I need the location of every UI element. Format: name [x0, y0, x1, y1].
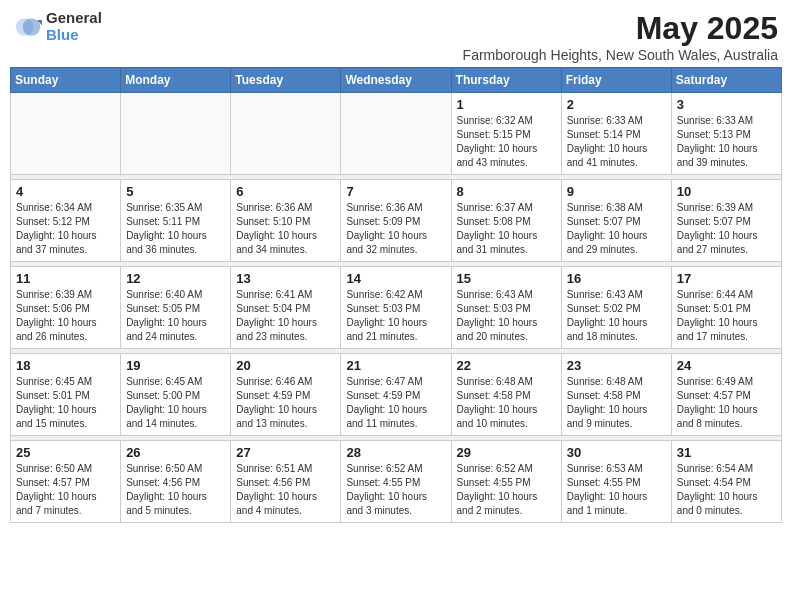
day-number: 14: [346, 271, 445, 286]
calendar-week-row: 1Sunrise: 6:32 AM Sunset: 5:15 PM Daylig…: [11, 93, 782, 175]
logo-icon: [14, 13, 42, 41]
day-number: 25: [16, 445, 115, 460]
day-number: 3: [677, 97, 776, 112]
day-info: Sunrise: 6:41 AM Sunset: 5:04 PM Dayligh…: [236, 288, 335, 344]
day-info: Sunrise: 6:46 AM Sunset: 4:59 PM Dayligh…: [236, 375, 335, 431]
weekday-header-saturday: Saturday: [671, 68, 781, 93]
day-info: Sunrise: 6:45 AM Sunset: 5:01 PM Dayligh…: [16, 375, 115, 431]
calendar-week-row: 25Sunrise: 6:50 AM Sunset: 4:57 PM Dayli…: [11, 441, 782, 523]
day-number: 19: [126, 358, 225, 373]
weekday-header-friday: Friday: [561, 68, 671, 93]
page-header: General Blue May 2025 Farmborough Height…: [10, 10, 782, 63]
calendar-cell: 20Sunrise: 6:46 AM Sunset: 4:59 PM Dayli…: [231, 354, 341, 436]
calendar-cell: 31Sunrise: 6:54 AM Sunset: 4:54 PM Dayli…: [671, 441, 781, 523]
calendar-cell: [231, 93, 341, 175]
calendar-cell: 3Sunrise: 6:33 AM Sunset: 5:13 PM Daylig…: [671, 93, 781, 175]
day-number: 9: [567, 184, 666, 199]
calendar-cell: 14Sunrise: 6:42 AM Sunset: 5:03 PM Dayli…: [341, 267, 451, 349]
day-number: 24: [677, 358, 776, 373]
calendar-cell: 27Sunrise: 6:51 AM Sunset: 4:56 PM Dayli…: [231, 441, 341, 523]
day-number: 28: [346, 445, 445, 460]
calendar-cell: 30Sunrise: 6:53 AM Sunset: 4:55 PM Dayli…: [561, 441, 671, 523]
calendar-cell: [11, 93, 121, 175]
day-info: Sunrise: 6:36 AM Sunset: 5:09 PM Dayligh…: [346, 201, 445, 257]
logo-general-label: General: [46, 10, 102, 27]
weekday-header-monday: Monday: [121, 68, 231, 93]
day-info: Sunrise: 6:37 AM Sunset: 5:08 PM Dayligh…: [457, 201, 556, 257]
day-info: Sunrise: 6:42 AM Sunset: 5:03 PM Dayligh…: [346, 288, 445, 344]
calendar-week-row: 4Sunrise: 6:34 AM Sunset: 5:12 PM Daylig…: [11, 180, 782, 262]
location-subtitle: Farmborough Heights, New South Wales, Au…: [463, 47, 778, 63]
calendar-cell: 12Sunrise: 6:40 AM Sunset: 5:05 PM Dayli…: [121, 267, 231, 349]
day-number: 20: [236, 358, 335, 373]
day-number: 31: [677, 445, 776, 460]
calendar-cell: 8Sunrise: 6:37 AM Sunset: 5:08 PM Daylig…: [451, 180, 561, 262]
calendar-cell: 5Sunrise: 6:35 AM Sunset: 5:11 PM Daylig…: [121, 180, 231, 262]
weekday-header-wednesday: Wednesday: [341, 68, 451, 93]
day-number: 27: [236, 445, 335, 460]
day-number: 30: [567, 445, 666, 460]
day-info: Sunrise: 6:50 AM Sunset: 4:57 PM Dayligh…: [16, 462, 115, 518]
day-number: 22: [457, 358, 556, 373]
day-number: 7: [346, 184, 445, 199]
day-info: Sunrise: 6:32 AM Sunset: 5:15 PM Dayligh…: [457, 114, 556, 170]
day-number: 5: [126, 184, 225, 199]
calendar-cell: 23Sunrise: 6:48 AM Sunset: 4:58 PM Dayli…: [561, 354, 671, 436]
day-info: Sunrise: 6:43 AM Sunset: 5:02 PM Dayligh…: [567, 288, 666, 344]
day-number: 2: [567, 97, 666, 112]
day-info: Sunrise: 6:51 AM Sunset: 4:56 PM Dayligh…: [236, 462, 335, 518]
calendar-cell: 10Sunrise: 6:39 AM Sunset: 5:07 PM Dayli…: [671, 180, 781, 262]
day-info: Sunrise: 6:35 AM Sunset: 5:11 PM Dayligh…: [126, 201, 225, 257]
calendar-cell: 11Sunrise: 6:39 AM Sunset: 5:06 PM Dayli…: [11, 267, 121, 349]
day-number: 23: [567, 358, 666, 373]
calendar-cell: 19Sunrise: 6:45 AM Sunset: 5:00 PM Dayli…: [121, 354, 231, 436]
calendar-cell: 6Sunrise: 6:36 AM Sunset: 5:10 PM Daylig…: [231, 180, 341, 262]
day-info: Sunrise: 6:47 AM Sunset: 4:59 PM Dayligh…: [346, 375, 445, 431]
calendar-cell: 26Sunrise: 6:50 AM Sunset: 4:56 PM Dayli…: [121, 441, 231, 523]
calendar-cell: 13Sunrise: 6:41 AM Sunset: 5:04 PM Dayli…: [231, 267, 341, 349]
day-info: Sunrise: 6:49 AM Sunset: 4:57 PM Dayligh…: [677, 375, 776, 431]
day-number: 11: [16, 271, 115, 286]
calendar-cell: 9Sunrise: 6:38 AM Sunset: 5:07 PM Daylig…: [561, 180, 671, 262]
calendar-week-row: 11Sunrise: 6:39 AM Sunset: 5:06 PM Dayli…: [11, 267, 782, 349]
day-number: 29: [457, 445, 556, 460]
weekday-header-row: SundayMondayTuesdayWednesdayThursdayFrid…: [11, 68, 782, 93]
day-info: Sunrise: 6:36 AM Sunset: 5:10 PM Dayligh…: [236, 201, 335, 257]
day-info: Sunrise: 6:33 AM Sunset: 5:13 PM Dayligh…: [677, 114, 776, 170]
calendar-cell: 21Sunrise: 6:47 AM Sunset: 4:59 PM Dayli…: [341, 354, 451, 436]
calendar-cell: 25Sunrise: 6:50 AM Sunset: 4:57 PM Dayli…: [11, 441, 121, 523]
day-info: Sunrise: 6:40 AM Sunset: 5:05 PM Dayligh…: [126, 288, 225, 344]
day-number: 12: [126, 271, 225, 286]
day-number: 15: [457, 271, 556, 286]
day-info: Sunrise: 6:52 AM Sunset: 4:55 PM Dayligh…: [346, 462, 445, 518]
day-info: Sunrise: 6:48 AM Sunset: 4:58 PM Dayligh…: [567, 375, 666, 431]
day-info: Sunrise: 6:34 AM Sunset: 5:12 PM Dayligh…: [16, 201, 115, 257]
day-info: Sunrise: 6:54 AM Sunset: 4:54 PM Dayligh…: [677, 462, 776, 518]
day-number: 10: [677, 184, 776, 199]
day-number: 4: [16, 184, 115, 199]
logo-text: General Blue: [46, 10, 102, 43]
day-number: 26: [126, 445, 225, 460]
day-info: Sunrise: 6:39 AM Sunset: 5:07 PM Dayligh…: [677, 201, 776, 257]
calendar-cell: 17Sunrise: 6:44 AM Sunset: 5:01 PM Dayli…: [671, 267, 781, 349]
day-info: Sunrise: 6:52 AM Sunset: 4:55 PM Dayligh…: [457, 462, 556, 518]
calendar-cell: [341, 93, 451, 175]
day-info: Sunrise: 6:39 AM Sunset: 5:06 PM Dayligh…: [16, 288, 115, 344]
calendar-cell: 15Sunrise: 6:43 AM Sunset: 5:03 PM Dayli…: [451, 267, 561, 349]
calendar-cell: [121, 93, 231, 175]
day-number: 17: [677, 271, 776, 286]
calendar-cell: 4Sunrise: 6:34 AM Sunset: 5:12 PM Daylig…: [11, 180, 121, 262]
calendar-cell: 7Sunrise: 6:36 AM Sunset: 5:09 PM Daylig…: [341, 180, 451, 262]
day-number: 8: [457, 184, 556, 199]
calendar-cell: 1Sunrise: 6:32 AM Sunset: 5:15 PM Daylig…: [451, 93, 561, 175]
day-info: Sunrise: 6:45 AM Sunset: 5:00 PM Dayligh…: [126, 375, 225, 431]
calendar-cell: 24Sunrise: 6:49 AM Sunset: 4:57 PM Dayli…: [671, 354, 781, 436]
day-info: Sunrise: 6:38 AM Sunset: 5:07 PM Dayligh…: [567, 201, 666, 257]
calendar-cell: 18Sunrise: 6:45 AM Sunset: 5:01 PM Dayli…: [11, 354, 121, 436]
day-info: Sunrise: 6:43 AM Sunset: 5:03 PM Dayligh…: [457, 288, 556, 344]
title-block: May 2025 Farmborough Heights, New South …: [463, 10, 778, 63]
calendar-cell: 28Sunrise: 6:52 AM Sunset: 4:55 PM Dayli…: [341, 441, 451, 523]
day-number: 21: [346, 358, 445, 373]
day-info: Sunrise: 6:33 AM Sunset: 5:14 PM Dayligh…: [567, 114, 666, 170]
calendar-cell: 2Sunrise: 6:33 AM Sunset: 5:14 PM Daylig…: [561, 93, 671, 175]
